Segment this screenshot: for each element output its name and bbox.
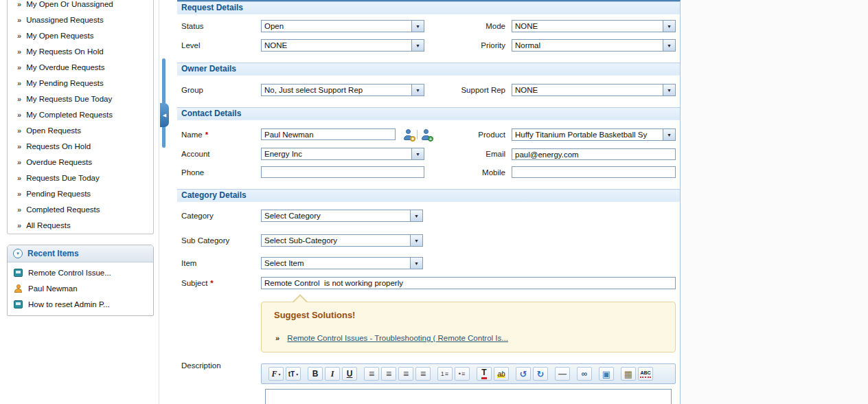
category-select[interactable]: Select Category ▼ (261, 210, 423, 222)
group-select-value: No, Just select Support Rep (262, 85, 411, 96)
font-color-icon[interactable]: T (477, 367, 492, 381)
group-label: Group (181, 86, 203, 94)
priority-select[interactable]: Normal ▼ (512, 39, 676, 52)
double-chevron-icon: » (17, 63, 21, 71)
bullet-list-icon[interactable]: •≡ (455, 367, 470, 381)
item-select[interactable]: Select Item ▼ (261, 257, 423, 269)
level-select-value: NONE (262, 40, 411, 51)
mode-select[interactable]: NONE ▼ (512, 20, 676, 32)
align-right-icon[interactable]: ≡ (398, 367, 413, 381)
dropdown-arrow-icon[interactable]: ▼ (411, 40, 424, 51)
horizontal-rule-icon[interactable]: — (555, 367, 570, 381)
contact-icon (14, 284, 23, 293)
recent-items-list: Remote Control Issue...Paul NewmanHow to… (8, 262, 153, 315)
phone-input[interactable] (261, 166, 424, 178)
email-input[interactable] (512, 148, 676, 160)
page: »My Open Or Unassigned»Unassigned Reques… (0, 0, 868, 404)
status-select[interactable]: Open ▼ (261, 20, 424, 32)
account-select-value: Energy Inc (262, 148, 411, 159)
subject-input[interactable] (261, 277, 676, 289)
contact-search-icon[interactable] (402, 129, 414, 140)
level-select[interactable]: NONE ▼ (261, 39, 424, 52)
dropdown-arrow-icon[interactable]: ▼ (411, 21, 424, 32)
recent-item-label: Remote Control Issue... (28, 269, 111, 277)
suggested-solution-link[interactable]: Remote Control Issues - Troubleshooting … (287, 334, 508, 342)
undo-icon[interactable]: ↺ (516, 367, 531, 381)
sub-category-label: Sub Category (181, 236, 229, 245)
group-select[interactable]: No, Just select Support Rep ▼ (261, 84, 424, 96)
numbered-list-icon[interactable]: 1≡ (437, 367, 453, 381)
category-select-value: Select Category (262, 210, 410, 221)
sidebar-item-all-requests[interactable]: »All Requests (8, 217, 153, 233)
dropdown-arrow-icon[interactable]: ▼ (410, 235, 422, 246)
recent-item-paul-newman[interactable]: Paul Newman (8, 280, 153, 296)
double-chevron-icon: » (17, 190, 21, 198)
sidebar-item-my-requests-on-hold[interactable]: »My Requests On Hold (8, 43, 153, 59)
dropdown-arrow-icon[interactable]: ▼ (411, 148, 424, 159)
recent-item-remote-control-issue[interactable]: Remote Control Issue... (8, 265, 153, 280)
dropdown-arrow-icon[interactable]: ▼ (663, 129, 675, 140)
italic-icon[interactable]: I (325, 367, 340, 381)
request-icon (14, 269, 23, 277)
spellcheck-icon[interactable]: ABC (638, 367, 653, 381)
sidebar-item-my-completed-requests[interactable]: »My Completed Requests (8, 106, 153, 122)
sidebar-item-label: My Open Or Unassigned (26, 0, 113, 8)
table-icon[interactable]: ▦ (621, 367, 636, 381)
double-chevron-icon: » (17, 174, 21, 182)
sidebar-item-unassigned-requests[interactable]: »Unassigned Requests (8, 12, 153, 27)
sidebar-item-requests-due-today[interactable]: »Requests Due Today (8, 170, 153, 186)
sidebar-item-label: Unassigned Requests (26, 16, 104, 24)
sub-category-select[interactable]: Select Sub-Category ▼ (261, 234, 423, 247)
section-owner-details: Owner Details (177, 63, 680, 76)
name-input[interactable] (261, 128, 396, 140)
sidebar-item-my-requests-due-today[interactable]: »My Requests Due Today (8, 91, 153, 106)
mobile-input[interactable] (512, 166, 676, 178)
sidebar-item-completed-requests[interactable]: »Completed Requests (8, 201, 153, 217)
font-size-icon[interactable]: tT▾ (286, 367, 301, 381)
recent-items-header[interactable]: ▾ Recent Items (8, 245, 153, 262)
sidebar-item-pending-requests[interactable]: »Pending Requests (8, 186, 153, 201)
suggest-solutions-panel: Suggest Solutions! » Remote Control Issu… (261, 302, 676, 352)
collapse-toggle-icon[interactable]: ▾ (13, 249, 23, 258)
description-textarea[interactable] (265, 389, 672, 404)
sidebar-item-my-pending-requests[interactable]: »My Pending Requests (8, 75, 153, 91)
sidebar-item-my-open-or-unassigned[interactable]: »My Open Or Unassigned (8, 0, 153, 12)
align-justify-icon[interactable]: ≡ (415, 367, 431, 381)
icon-separator (417, 130, 418, 139)
font-name-icon[interactable]: F▾ (269, 367, 284, 381)
image-icon[interactable]: ▣ (599, 367, 614, 381)
sidebar-item-open-requests[interactable]: »Open Requests (8, 122, 153, 138)
support-rep-label: Support Rep (438, 86, 505, 94)
panel-divider (159, 0, 159, 404)
dropdown-arrow-icon[interactable]: ▼ (663, 85, 675, 96)
dropdown-arrow-icon[interactable]: ▼ (663, 21, 675, 32)
underline-icon[interactable]: U (342, 367, 357, 381)
phone-label: Phone (181, 168, 204, 177)
add-contact-icon[interactable]: + (420, 129, 432, 140)
section-contact-details: Contact Details (177, 107, 680, 120)
request-views-panel: »My Open Or Unassigned»Unassigned Reques… (7, 0, 154, 234)
dropdown-arrow-icon[interactable]: ▼ (410, 258, 422, 269)
dropdown-arrow-icon[interactable]: ▼ (411, 85, 424, 96)
bold-icon[interactable]: B (308, 367, 323, 381)
sidebar-item-my-open-requests[interactable]: »My Open Requests (8, 27, 153, 43)
sidebar-item-requests-on-hold[interactable]: »Requests On Hold (8, 138, 153, 154)
product-select[interactable]: Huffy Titanium Portable Basketball Sy ▼ (512, 128, 676, 141)
support-rep-select[interactable]: NONE ▼ (512, 84, 676, 96)
highlight-icon[interactable]: ab (494, 367, 509, 381)
name-label: Name* (181, 131, 208, 139)
align-left-icon[interactable]: ≡ (364, 367, 379, 381)
dropdown-arrow-icon[interactable]: ▼ (663, 40, 675, 51)
sidebar-item-my-overdue-requests[interactable]: »My Overdue Requests (8, 59, 153, 75)
account-select[interactable]: Energy Inc ▼ (261, 148, 424, 160)
sidebar-item-label: My Completed Requests (26, 111, 113, 119)
link-icon[interactable]: ∞ (577, 367, 592, 381)
sidebar-item-overdue-requests[interactable]: »Overdue Requests (8, 154, 153, 170)
redo-icon[interactable]: ↻ (533, 367, 548, 381)
dropdown-arrow-icon[interactable]: ▼ (410, 210, 422, 221)
sidebar-item-label: My Open Requests (26, 32, 93, 40)
collapse-sidebar-button[interactable]: ◀ (160, 103, 169, 127)
recent-item-how-to-reset-admin-p[interactable]: How to reset Admin P... (8, 296, 153, 312)
align-center-icon[interactable]: ≡ (381, 367, 396, 381)
section-title: Category Details (177, 190, 680, 201)
